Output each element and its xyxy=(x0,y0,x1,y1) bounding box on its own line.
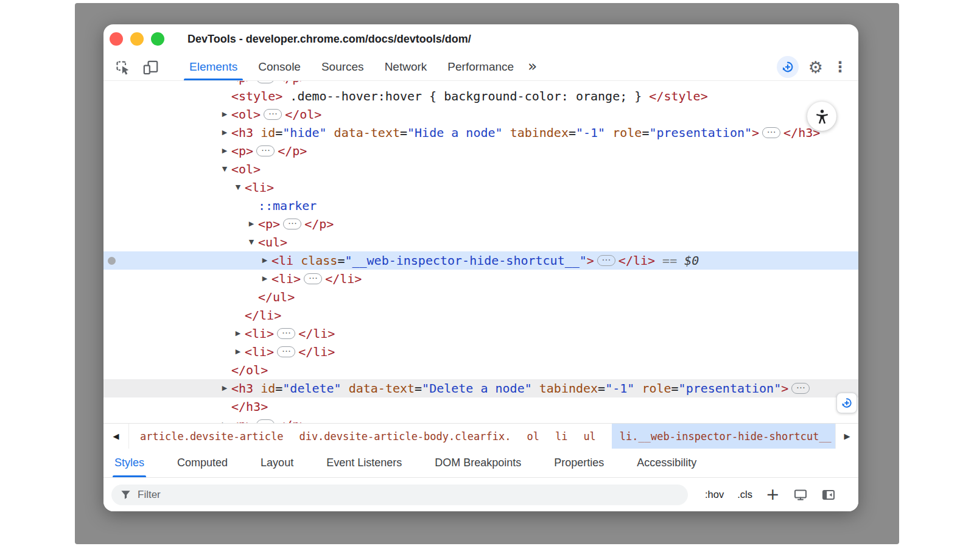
expand-arrow-icon[interactable]: ▼ xyxy=(233,178,244,197)
expand-arrow-icon[interactable]: ▼ xyxy=(246,233,257,251)
dom-tree-row[interactable]: ▼<ol> xyxy=(103,160,858,178)
dom-tree-row[interactable]: </h3> xyxy=(103,397,858,416)
tag-token: <ol> xyxy=(231,107,261,122)
dom-tree-row[interactable]: ▶<p>⋯</p> xyxy=(103,81,858,87)
tab-performance[interactable]: Performance xyxy=(437,54,524,80)
dom-tree-row[interactable]: ▶<li>⋯</li> xyxy=(103,324,858,343)
dom-tree-row[interactable]: ▶<p>⋯</p> xyxy=(103,215,858,233)
dom-tree-row[interactable]: ▶<li>⋯</li> xyxy=(103,270,858,288)
expand-arrow-icon[interactable]: ▶ xyxy=(219,142,230,160)
attr-name-token: class xyxy=(301,253,337,268)
expand-arrow-icon[interactable]: ▶ xyxy=(219,81,230,87)
breadcrumb-items: article.devsite-article div.devsite-arti… xyxy=(129,424,835,449)
breadcrumb-scroll-left-button[interactable]: ◀ xyxy=(103,424,129,449)
equals-token: == xyxy=(655,253,684,268)
settings-gear-icon[interactable]: ⚙ xyxy=(808,59,823,75)
close-window-button[interactable] xyxy=(110,32,123,46)
expand-arrow-icon[interactable]: ▼ xyxy=(219,160,230,178)
text-token: = xyxy=(275,381,282,396)
accessibility-person-icon[interactable] xyxy=(807,102,836,131)
dom-tree-row[interactable]: ::marker xyxy=(103,197,858,215)
breadcrumb-item-ul[interactable]: ul xyxy=(583,424,595,449)
breadcrumb-item-ol[interactable]: ol xyxy=(527,424,539,449)
tag-token: <p> xyxy=(258,217,280,231)
dom-tree-row[interactable]: ▼<ul> xyxy=(103,233,858,251)
breadcrumb-item-div[interactable]: div.devsite-article-body.clearfix. xyxy=(299,424,511,449)
attr-value-token: "Delete a node" xyxy=(422,381,532,396)
tab-styles[interactable]: Styles xyxy=(114,449,144,477)
tab-sources[interactable]: Sources xyxy=(311,54,374,80)
element-classes-button[interactable]: .cls xyxy=(737,489,752,500)
dom-tree-row[interactable]: ▶<ol>⋯</ol> xyxy=(103,105,858,124)
text-token: = xyxy=(415,381,422,396)
dom-tree-row[interactable]: ▶<h3 id="delete" data-text="Delete a nod… xyxy=(103,379,858,397)
ellipsis-expand-button[interactable]: ⋯ xyxy=(597,255,615,266)
breadcrumb-scroll-right-button[interactable]: ▶ xyxy=(835,424,858,449)
monitor-icon[interactable] xyxy=(793,488,808,502)
breadcrumb: ◀ article.devsite-article div.devsite-ar… xyxy=(103,423,858,449)
filter-input[interactable]: Filter xyxy=(111,485,688,505)
tab-layout[interactable]: Layout xyxy=(261,449,293,477)
text-token: = xyxy=(400,125,407,140)
circular-arrow-plus-icon[interactable] xyxy=(777,56,799,78)
text-token xyxy=(503,125,510,140)
dom-tree-row[interactable]: ▶<li>⋯</li> xyxy=(103,343,858,361)
expand-arrow-icon[interactable]: ▶ xyxy=(219,416,230,423)
expand-arrow-icon[interactable]: ▶ xyxy=(246,215,257,233)
ellipsis-expand-button[interactable]: ⋯ xyxy=(277,346,295,357)
dom-tree-row[interactable]: </ul> xyxy=(103,288,858,306)
expand-arrow-icon[interactable]: ▶ xyxy=(219,379,230,397)
circular-arrow-plus-overlay-button[interactable] xyxy=(836,393,857,413)
expand-arrow-icon[interactable]: ▶ xyxy=(233,343,244,361)
text-token: = xyxy=(671,381,679,396)
more-tabs-chevron-icon[interactable]: » xyxy=(528,57,537,77)
attr-value-token: "Hide a node" xyxy=(407,125,503,140)
ellipsis-expand-button[interactable]: ⋯ xyxy=(256,81,275,83)
ellipsis-expand-button[interactable]: ⋯ xyxy=(277,328,295,339)
expand-arrow-icon[interactable]: ▶ xyxy=(259,251,270,270)
text-token: = xyxy=(642,125,649,140)
tab-accessibility[interactable]: Accessibility xyxy=(637,449,696,477)
dom-tree-row[interactable]: ▶<li class="__web-inspector-hide-shortcu… xyxy=(103,251,858,270)
tag-token: </li> xyxy=(325,271,362,286)
minimize-window-button[interactable] xyxy=(130,32,144,46)
kebab-menu-icon[interactable]: ⋮ xyxy=(833,60,847,74)
tab-elements[interactable]: Elements xyxy=(179,54,248,80)
ellipsis-expand-button[interactable]: ⋯ xyxy=(304,273,322,284)
breadcrumb-item-article[interactable]: article.devsite-article xyxy=(140,424,283,449)
attr-value-token: "-1" xyxy=(605,381,634,396)
tag-token: </h3> xyxy=(231,399,268,414)
dom-tree-row[interactable]: <style> .demo--hover:hover { background-… xyxy=(103,87,858,105)
ellipsis-expand-button[interactable]: ⋯ xyxy=(762,127,780,138)
dom-tree-row[interactable]: </ol> xyxy=(103,361,858,379)
dom-tree-row[interactable]: ▶<h3 id="hide" data-text="Hide a node" t… xyxy=(103,124,858,142)
tab-computed[interactable]: Computed xyxy=(177,449,228,477)
tag-token: </li> xyxy=(298,326,335,341)
dom-tree-row[interactable]: </li> xyxy=(103,306,858,324)
expand-arrow-icon[interactable]: ▶ xyxy=(259,270,270,288)
tab-properties[interactable]: Properties xyxy=(554,449,604,477)
tab-event-listeners[interactable]: Event Listeners xyxy=(326,449,402,477)
device-toolbar-icon[interactable] xyxy=(140,57,161,77)
breadcrumb-item-li[interactable]: li xyxy=(555,424,567,449)
sidebar-toggle-icon[interactable] xyxy=(821,488,836,502)
tab-network[interactable]: Network xyxy=(374,54,438,80)
ellipsis-expand-button[interactable]: ⋯ xyxy=(264,109,282,120)
expand-arrow-icon[interactable]: ▶ xyxy=(233,324,244,343)
zoom-window-button[interactable] xyxy=(151,32,164,46)
dom-tree-row[interactable]: ▼<li> xyxy=(103,178,858,197)
ellipsis-expand-button[interactable]: ⋯ xyxy=(256,145,275,156)
expand-arrow-icon[interactable]: ▶ xyxy=(219,124,230,142)
inspect-icon[interactable] xyxy=(112,57,133,77)
tab-dom-breakpoints[interactable]: DOM Breakpoints xyxy=(435,449,521,477)
expand-arrow-icon[interactable]: ▶ xyxy=(219,105,230,124)
toggle-element-state-button[interactable]: :hov xyxy=(705,489,724,500)
new-style-rule-plus-icon[interactable]: + xyxy=(766,486,780,502)
attr-name-token: id xyxy=(261,125,275,140)
tab-console[interactable]: Console xyxy=(248,54,311,80)
breadcrumb-item-selected-li[interactable]: li.__web-inspector-hide-shortcut__ xyxy=(612,424,835,449)
dom-tree-row[interactable]: ▶<p>⋯</p> xyxy=(103,142,858,160)
dom-tree-row[interactable]: ▶<p>⋯</p> xyxy=(103,416,858,423)
ellipsis-expand-button[interactable]: ⋯ xyxy=(283,219,301,229)
ellipsis-expand-button[interactable]: ⋯ xyxy=(791,383,810,394)
